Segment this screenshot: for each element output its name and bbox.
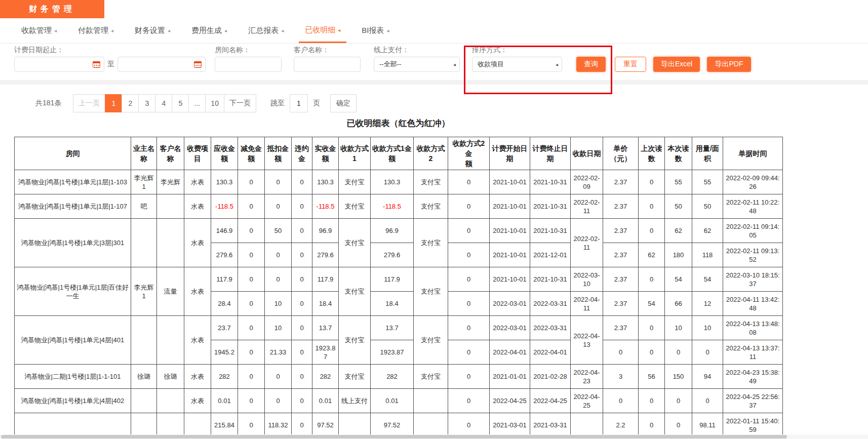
caret-icon: ◂ <box>386 28 389 33</box>
table-cell: 62 <box>665 219 692 243</box>
column-header: 单价 （元） <box>603 137 639 170</box>
tab-财务设置[interactable]: 财务设置◂ <box>129 18 176 43</box>
tab-label: 财务设置 <box>135 26 165 35</box>
table-cell: 0 <box>665 340 692 365</box>
next-page-button[interactable]: 下一页 <box>224 94 256 112</box>
table-cell: 2021-10-31 <box>530 194 571 219</box>
table-cell: 1923.87 <box>371 340 414 365</box>
table-cell: 支付宝 <box>414 316 448 365</box>
caret-icon: ◂ <box>556 62 558 67</box>
table-cell: 2021-10-31 <box>530 267 571 292</box>
table-cell: 279.6 <box>371 243 414 267</box>
table-cell: 鸿基物业|鸿基|1号楼|1单元|1层|1-107 <box>15 194 131 219</box>
tab-label: 汇总报表 <box>248 26 279 35</box>
table-cell: 2.37 <box>603 267 639 292</box>
export-pdf-button[interactable]: 导出PDF <box>707 57 751 72</box>
page-button-5[interactable]: 5 <box>172 94 189 112</box>
page-button-10[interactable]: 10 <box>205 94 224 112</box>
table-cell: 13.7 <box>312 316 339 340</box>
reset-button[interactable]: 重置 <box>615 57 646 72</box>
table-cell: 180 <box>665 243 692 267</box>
date-from-input[interactable] <box>14 57 104 72</box>
table-cell <box>414 413 448 437</box>
table-cell: 水表 <box>184 389 211 413</box>
table-cell: 96.9 <box>312 219 339 243</box>
jump-confirm-button[interactable]: 确定 <box>330 94 357 112</box>
tab-label: BI报表 <box>362 26 384 35</box>
page-button-2[interactable]: 2 <box>122 94 139 112</box>
table-row: 鸿基物业|鸿基|1号楼|1单元|1层|1-103李光辉1李光辉水表130.300… <box>15 170 783 194</box>
table-row: 鸿基物业|鸿基|1号楼|1单元|4层|401水表23.7010013.7支付宝1… <box>15 316 783 340</box>
caret-icon: ◂ <box>453 62 456 67</box>
table-cell: 0 <box>448 267 490 292</box>
table-cell: 2022-02-11 09:13:52 <box>723 243 783 267</box>
table-cell: 0 <box>265 243 292 267</box>
sort-mode-select[interactable]: 收款项目 ◂ <box>472 57 562 72</box>
table-cell: 流量 <box>157 267 184 316</box>
page-button-1[interactable]: 1 <box>105 94 122 112</box>
table-cell <box>184 413 211 437</box>
table-cell: 0 <box>448 365 490 389</box>
table-cell <box>131 389 157 413</box>
table-cell: 18.4 <box>312 292 339 316</box>
column-header: 应收金 额 <box>211 137 238 170</box>
customer-name-input[interactable] <box>294 57 361 72</box>
table-cell: 2.2 <box>603 413 639 437</box>
table-cell: 23.7 <box>211 316 238 340</box>
table-cell: 鸿基物业|鸿基|1号楼|1单元|3层|301 <box>15 219 131 267</box>
table-cell: 18.4 <box>371 292 414 316</box>
page-button-4[interactable]: 4 <box>155 94 172 112</box>
jump-page-input[interactable] <box>290 94 308 112</box>
column-header: 收款方式 1 <box>339 137 371 170</box>
horizontal-scrollbar-thumb[interactable] <box>1 435 787 438</box>
table-cell: 2021-10-01 <box>490 267 530 292</box>
table-cell: 2022-03-31 <box>530 292 571 316</box>
table-cell: 0 <box>448 243 490 267</box>
export-excel-button[interactable]: 导出Excel <box>653 57 700 72</box>
room-name-input[interactable] <box>215 57 282 72</box>
online-pay-select[interactable]: --全部-- ◂ <box>374 57 460 72</box>
table-cell: 2022-02-11 10:22:48 <box>723 194 783 219</box>
table-cell: 55 <box>692 170 723 194</box>
table-cell: 0 <box>639 267 665 292</box>
caret-icon: ◂ <box>168 28 170 33</box>
table-cell: 2022-04-01 <box>530 340 571 365</box>
table-cell: 支付宝 <box>414 170 448 194</box>
calendar-icon[interactable] <box>93 61 100 68</box>
calendar-icon[interactable] <box>194 61 202 68</box>
date-to-input[interactable] <box>117 57 206 72</box>
query-button[interactable]: 查询 <box>576 57 606 72</box>
total-count-label: 共181条 <box>35 99 61 108</box>
tab-费用生成[interactable]: 费用生成◂ <box>185 18 233 43</box>
tab-收款管理[interactable]: 收款管理◂ <box>15 18 63 43</box>
table-cell: 54 <box>639 292 665 316</box>
table-cell: 0 <box>665 413 692 437</box>
table-cell: 2022-03-31 <box>530 316 571 340</box>
table-cell: 2021-10-01 <box>490 243 530 267</box>
table-cell: 50 <box>265 219 292 243</box>
table-cell: 0 <box>238 389 265 413</box>
table-cell: 0 <box>238 267 265 292</box>
tab-付款管理[interactable]: 付款管理◂ <box>72 18 120 43</box>
table-cell <box>131 219 157 267</box>
tab-已收明细[interactable]: 已收明细◂ <box>299 18 346 43</box>
table-cell: 96.9 <box>371 219 414 243</box>
table-row: 215.840118.32097.5297.5202021-03-012021-… <box>15 413 783 437</box>
table-cell: 62 <box>639 243 665 267</box>
column-header: 抵扣金 额 <box>265 137 292 170</box>
column-header: 收款方式 2 <box>414 137 448 170</box>
tab-汇总报表[interactable]: 汇总报表◂ <box>242 18 290 43</box>
table-cell: 2.37 <box>603 292 639 316</box>
table-cell: 2021-01-01 <box>490 365 530 389</box>
page-unit-label: 页 <box>313 99 320 108</box>
page-ellipsis[interactable]: ... <box>188 94 206 112</box>
table-cell: 支付宝 <box>339 219 371 267</box>
prev-page-button[interactable]: 上一页 <box>73 94 105 112</box>
page-button-3[interactable]: 3 <box>138 94 155 112</box>
table-title: 已收明细表（红色为红冲） <box>14 117 782 129</box>
table-cell: 10 <box>665 316 692 340</box>
tab-BI报表[interactable]: BI报表◂ <box>356 18 395 43</box>
table-cell: 0 <box>448 219 490 243</box>
table-cell: 0 <box>603 389 639 413</box>
app-header: 财务管理 <box>0 0 868 18</box>
